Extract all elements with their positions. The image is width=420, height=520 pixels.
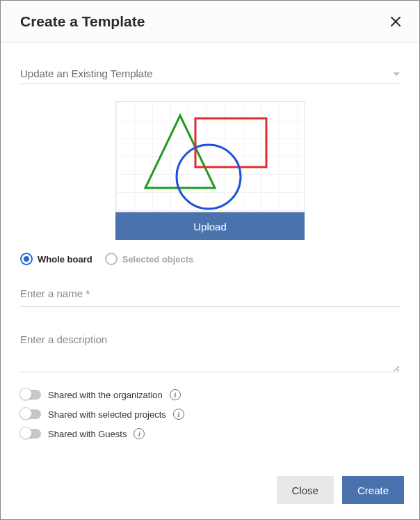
template-preview — [115, 101, 305, 212]
toggle-row-guests: Shared with Guests i — [20, 428, 400, 439]
close-icon[interactable] — [389, 15, 403, 29]
modal-header: Create a Template — [1, 1, 419, 43]
create-button[interactable]: Create — [342, 476, 404, 504]
toggle-label: Shared with Guests — [48, 429, 127, 439]
radio-icon — [105, 253, 118, 265]
svg-rect-1 — [195, 118, 266, 167]
upload-button[interactable]: Upload — [115, 212, 305, 240]
toggle-label: Shared with selected projects — [48, 409, 166, 420]
info-icon[interactable]: i — [173, 409, 184, 420]
toggle-shared-projects[interactable] — [20, 409, 41, 419]
existing-template-dropdown[interactable]: Update an Existing Template — [20, 63, 400, 84]
create-template-modal: Create a Template Update an Existing Tem… — [0, 0, 420, 520]
template-name-input[interactable] — [20, 281, 400, 307]
chevron-down-icon — [393, 67, 400, 79]
toggle-shared-guests[interactable] — [20, 429, 41, 439]
radio-icon — [20, 253, 33, 265]
radio-label: Selected objects — [122, 254, 194, 265]
scope-radio-group: Whole board Selected objects — [20, 253, 400, 265]
sharing-toggles: Shared with the organization i Shared wi… — [20, 389, 400, 439]
dropdown-label: Update an Existing Template — [20, 68, 153, 79]
radio-selected-objects[interactable]: Selected objects — [105, 253, 194, 265]
close-button[interactable]: Close — [277, 476, 334, 504]
radio-label: Whole board — [38, 254, 92, 265]
toggle-label: Shared with the organization — [48, 390, 163, 400]
toggle-row-projects: Shared with selected projects i — [20, 409, 400, 420]
template-description-input[interactable] — [20, 326, 400, 372]
modal-footer: Close Create — [1, 464, 419, 519]
modal-title: Create a Template — [20, 13, 145, 30]
info-icon[interactable]: i — [170, 389, 181, 400]
radio-whole-board[interactable]: Whole board — [20, 253, 92, 265]
info-icon[interactable]: i — [134, 428, 145, 439]
svg-marker-0 — [145, 116, 215, 188]
toggle-row-org: Shared with the organization i — [20, 389, 400, 400]
modal-body: Update an Existing Template Upload Whole… — [1, 43, 419, 464]
toggle-shared-org[interactable] — [20, 390, 41, 400]
preview-block: Upload — [20, 101, 400, 240]
